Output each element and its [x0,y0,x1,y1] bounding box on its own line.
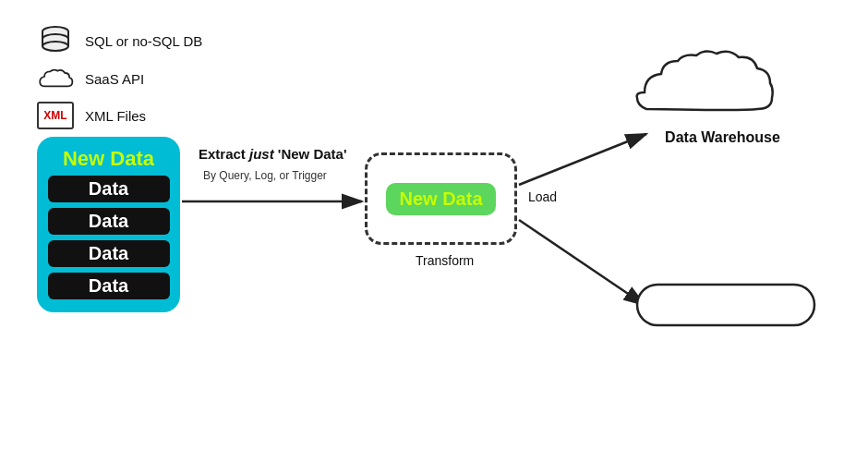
database-icon [37,26,74,55]
svg-point-4 [42,42,68,51]
xml-box: XML [37,102,74,129]
source-data-row-3: Data [48,240,170,267]
svg-line-9 [519,134,646,185]
cloud-small-icon [37,65,74,92]
source-new-data-label: New Data [63,148,154,170]
transform-text: Transform [416,253,474,268]
load-text: Load [528,189,557,204]
extract-label: Extract just 'New Data' [199,146,347,162]
source-box: New Data Data Data Data Data [37,137,180,312]
by-query-label: By Query, Log, or Trigger [203,169,327,182]
legend-label-saas: SaaS API [85,71,144,87]
transform-new-data-label: New Data [386,183,495,215]
legend: SQL or no-SQL DB SaaS API XML XML Files [37,26,202,129]
source-data-row-4: Data [48,273,170,299]
data-warehouse-label: Data Warehouse [642,129,803,146]
source-data-row-2: Data [48,208,170,235]
source-data-row-1: Data [48,176,170,202]
svg-line-10 [519,220,645,305]
legend-label-db: SQL or no-SQL DB [85,33,202,49]
transform-box: New Data [365,152,517,245]
data-consumer-label: Data Consumer #2 [646,300,768,316]
legend-label-xml: XML Files [85,108,146,124]
legend-item-xml: XML XML Files [37,102,202,129]
diagram-container: SQL or no-SQL DB SaaS API XML XML Files … [0,0,868,462]
legend-item-db: SQL or no-SQL DB [37,26,202,55]
xml-icon: XML [37,102,74,129]
legend-item-saas: SaaS API [37,65,202,92]
